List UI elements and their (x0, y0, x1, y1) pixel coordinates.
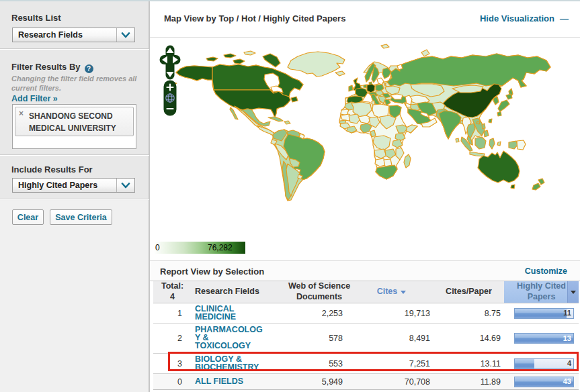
highly-cited-bar: 13 (514, 333, 574, 344)
highly-cited-value: 43 (563, 377, 571, 386)
country-sri-lanka[interactable] (456, 138, 459, 142)
dropdown-arrow-icon (571, 291, 576, 294)
add-filter-link[interactable]: Add Filter » (11, 94, 58, 103)
country-java[interactable] (470, 152, 485, 156)
research-field-link[interactable]: ALL FIELDS (195, 377, 243, 385)
documents-cell: 578 (289, 324, 349, 353)
rank-cell: 2 (153, 324, 192, 353)
country-botswana[interactable] (384, 159, 392, 166)
country-iceland[interactable] (335, 71, 345, 76)
column-header-wos-documents[interactable]: Web of Science Documents (289, 281, 349, 303)
country-cuba[interactable] (268, 117, 283, 121)
country-cameroon[interactable] (370, 130, 376, 137)
country-philippines-1[interactable] (482, 124, 485, 129)
country-arctic-island-4[interactable] (233, 59, 245, 64)
country-moluccas[interactable] (497, 142, 501, 146)
column-header-cites[interactable]: Cites (349, 281, 433, 303)
country-ireland[interactable] (349, 85, 353, 91)
results-list-chevron-down-icon[interactable] (116, 28, 134, 42)
cites-per-paper-cell: 14.69 (433, 324, 504, 353)
country-sulawesi[interactable] (489, 138, 495, 149)
country-taiwan[interactable] (489, 119, 492, 123)
research-field-link[interactable]: PHARMACOLOG Y & TOXICOLOGY (195, 326, 263, 350)
filter-results-by-text: Filter Results By (11, 62, 81, 72)
column-header-highly-cited-papers[interactable]: Highly Cited Papers (504, 281, 579, 303)
country-germany[interactable] (367, 84, 375, 93)
chevron-down-stroke (122, 183, 129, 187)
highly-cited-bar: 4 (514, 358, 574, 369)
research-field-link[interactable]: BIOLOGY & BIOCHEMISTRY (195, 355, 259, 371)
country-alaska[interactable] (176, 66, 212, 81)
filter-listbox: × SHANDONG SECOND MEDICAL UNIVERSITY (12, 104, 136, 149)
country-tasmania[interactable] (511, 185, 515, 189)
country-arctic-island-2[interactable] (224, 54, 236, 58)
country-korea[interactable] (493, 97, 499, 105)
highly-cited-bar-fill (515, 359, 534, 369)
country-somalia[interactable] (407, 125, 417, 133)
country-svalbard[interactable] (381, 44, 389, 48)
table-row: 0ALL FIELDS5,94970,70811.8943 (153, 374, 579, 390)
research-field-link[interactable]: CLINICAL MEDICINE (195, 305, 236, 321)
sidebar-section-actions (0, 200, 149, 392)
main-panel: Map View by Top / Hot / Highly Cited Pap… (149, 1, 580, 392)
cites-header-label: Cites (377, 287, 398, 297)
cites-per-paper-cell: 13.11 (433, 354, 504, 373)
country-honshu[interactable] (498, 100, 509, 111)
country-newfoundland[interactable] (291, 97, 298, 102)
chevron-down-stroke (122, 33, 129, 37)
filter-results-by-label: Filter Results By? (11, 62, 93, 73)
column-header-research-fields[interactable]: Research Fields (192, 281, 289, 303)
country-nz-north[interactable] (538, 179, 544, 185)
table-row-highlighted: 3BIOLOGY & BIOCHEMISTRY5537,25113.114 (153, 354, 579, 374)
country-white-sea[interactable] (397, 64, 403, 70)
cites-cell: 8,491 (349, 324, 433, 353)
country-madagascar[interactable] (404, 154, 411, 168)
results-list-select[interactable]: Research Fields (12, 28, 135, 42)
country-benelux[interactable] (364, 85, 367, 88)
column-header-total: Total: 4 (153, 281, 192, 303)
report-table: Total: 4Research FieldsWeb of Science Do… (153, 281, 579, 390)
country-hainan[interactable] (477, 121, 480, 124)
map-zoom-control[interactable] (163, 80, 177, 116)
chevron-down-icon (121, 32, 130, 38)
country-arctic-island-1[interactable] (206, 57, 218, 61)
hide-visualization-link[interactable]: Hide Visualization— (480, 13, 568, 23)
country-nz-south[interactable] (532, 183, 540, 190)
country-arctic-island-3[interactable] (244, 51, 255, 55)
country-kyushu[interactable] (497, 111, 501, 116)
map-pan-control[interactable] (159, 45, 181, 80)
clear-button[interactable]: Clear (12, 209, 44, 225)
country-russia[interactable] (387, 54, 550, 87)
map-header: Map View by Top / Hot / Highly Cited Pap… (150, 1, 580, 38)
world-map[interactable] (150, 38, 580, 260)
country-uruguay[interactable] (298, 175, 302, 179)
highly-cited-bar: 43 (514, 377, 574, 387)
table-row: 2PHARMACOLOG Y & TOXICOLOGY5788,49114.69… (153, 324, 579, 354)
cites-cell: 7,251 (349, 354, 433, 373)
save-criteria-button[interactable]: Save Criteria (50, 209, 112, 225)
country-new-guinea-east[interactable] (517, 140, 526, 150)
customize-link[interactable]: Customize (525, 266, 567, 276)
filter-chip[interactable]: × SHANDONG SECOND MEDICAL UNIVERSITY (15, 107, 134, 136)
country-south-africa[interactable] (376, 165, 397, 179)
highly-cited-cell: 13 (504, 324, 579, 353)
highly-cited-cell: 4 (504, 354, 579, 373)
filter-chip-label: SHANDONG SECOND MEDICAL UNIVERSITY (29, 111, 116, 133)
country-baffin-island[interactable] (263, 54, 280, 67)
column-header-cites-per-paper[interactable]: Cites/Paper (433, 281, 504, 303)
help-icon[interactable]: ? (85, 64, 93, 73)
report-header: Report View by Selection Customize (150, 261, 580, 281)
map-color-legend: 0 76,282 (154, 242, 245, 254)
country-australia[interactable] (478, 151, 520, 183)
country-baja[interactable] (230, 107, 238, 119)
country-philippines-2[interactable] (484, 130, 489, 137)
remove-filter-icon[interactable]: × (19, 110, 24, 117)
column-menu-button[interactable] (567, 281, 579, 303)
country-new-guinea-west[interactable] (509, 141, 517, 149)
country-hokkaido[interactable] (506, 94, 512, 99)
country-hispaniola[interactable] (284, 121, 290, 124)
include-results-select[interactable]: Highly Cited Papers (12, 178, 135, 193)
country-novaya-zemlya[interactable] (421, 50, 429, 56)
country-borneo[interactable] (475, 137, 486, 149)
include-results-chevron-down-icon[interactable] (116, 179, 134, 192)
